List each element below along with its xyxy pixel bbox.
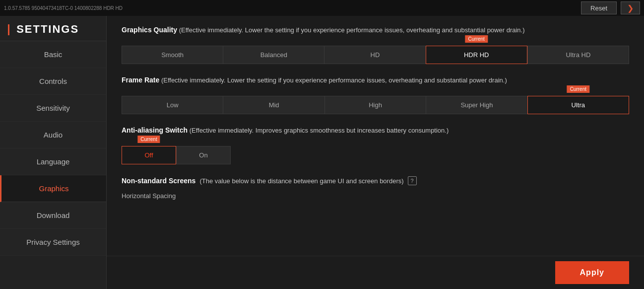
aa-option-on[interactable]: On (176, 146, 231, 164)
version-text: 1.0.57.5785 95040473418TC-0 1400802288 H… (4, 5, 123, 11)
reset-button[interactable]: Reset (581, 1, 617, 14)
frame-rate-section: Frame Rate (Effective immediately. Lower… (122, 76, 629, 114)
help-icon[interactable]: ? (408, 176, 417, 185)
gq-option-ultrahd[interactable]: Ultra HD (527, 46, 629, 64)
page-title: SETTINGS (0, 16, 106, 41)
fr-option-high[interactable]: High (324, 96, 426, 114)
frame-rate-title: Frame Rate (Effective immediately. Lower… (122, 76, 629, 84)
sidebar-item-sensitivity[interactable]: Sensitivity (0, 95, 106, 122)
sidebar-nav: Basic Controls Sensitivity Audio Languag… (0, 41, 106, 289)
anti-aliasing-title: Anti-aliasing Switch (Effective immediat… (122, 126, 629, 134)
sidebar-item-basic[interactable]: Basic (0, 41, 106, 68)
gq-option-hdrhd[interactable]: Current HDR HD (426, 46, 527, 64)
main-layout: SETTINGS Basic Controls Sensitivity Audi… (0, 16, 644, 289)
frame-rate-slider: Low Mid High Super High Current Ultra (122, 96, 629, 114)
anti-aliasing-section: Anti-aliasing Switch (Effective immediat… (122, 126, 629, 164)
sidebar-item-language[interactable]: Language (0, 148, 106, 175)
graphics-quality-slider: Smooth Balanced HD Current HDR HD Ultra … (122, 46, 629, 64)
graphics-quality-title: Graphics Quality (Effective immediately.… (122, 26, 629, 34)
anti-aliasing-track: Current Off On (122, 146, 231, 164)
sidebar-item-download[interactable]: Download (0, 202, 106, 229)
apply-button[interactable]: Apply (555, 261, 629, 284)
title-accent (8, 24, 9, 35)
non-standard-section: Non-standard Screens (The value below is… (122, 176, 629, 200)
top-bar: 1.0.57.5785 95040473418TC-0 1400802288 H… (0, 0, 644, 16)
frame-rate-track: Low Mid High Super High Current Ultra (122, 96, 629, 114)
fr-option-mid[interactable]: Mid (223, 96, 324, 114)
settings-content: Graphics Quality (Effective immediately.… (107, 16, 644, 256)
horizontal-spacing-label: Horizontal Spacing (122, 192, 629, 200)
aa-option-off[interactable]: Current Off (122, 146, 176, 164)
graphics-quality-track: Smooth Balanced HD Current HDR HD Ultra … (122, 46, 629, 64)
sidebar-item-controls[interactable]: Controls (0, 68, 106, 95)
non-standard-title: Non-standard Screens (The value below is… (122, 176, 629, 185)
gq-option-balanced[interactable]: Balanced (223, 46, 324, 64)
gq-option-hd[interactable]: HD (324, 46, 425, 64)
aa-current-tag: Current (137, 136, 160, 143)
gq-current-tag: Current (465, 35, 488, 43)
back-button[interactable]: ❯ (621, 1, 640, 14)
sidebar-item-audio[interactable]: Audio (0, 122, 106, 148)
sidebar: SETTINGS Basic Controls Sensitivity Audi… (0, 16, 107, 289)
fr-option-superhigh[interactable]: Super High (426, 96, 527, 114)
fr-option-low[interactable]: Low (122, 96, 223, 114)
fr-option-ultra[interactable]: Current Ultra (527, 96, 629, 114)
anti-aliasing-toggle: Current Off On (122, 146, 231, 164)
apply-bar: Apply (107, 256, 644, 289)
fr-current-tag: Current (567, 85, 589, 93)
gq-option-smooth[interactable]: Smooth (122, 46, 223, 64)
sidebar-item-graphics[interactable]: Graphics (0, 175, 106, 202)
sidebar-item-privacy[interactable]: Privacy Settings (0, 229, 106, 256)
graphics-quality-section: Graphics Quality (Effective immediately.… (122, 26, 629, 64)
